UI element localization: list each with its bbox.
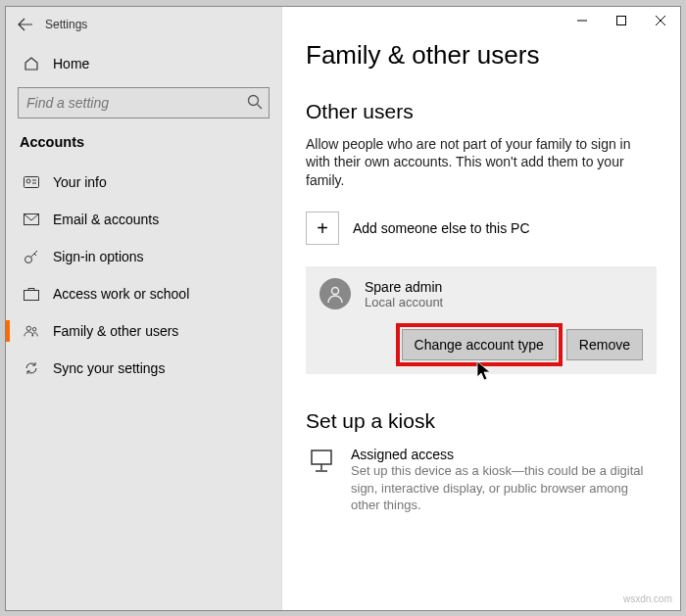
remove-button[interactable]: Remove <box>566 329 643 360</box>
sidebar-item-family-users[interactable]: Family & other users <box>6 312 270 350</box>
sidebar-item-signin-options[interactable]: Sign-in options <box>6 238 270 275</box>
kiosk-icon <box>306 447 337 474</box>
sidebar-item-label: Your info <box>53 174 107 190</box>
svg-rect-8 <box>24 290 39 300</box>
cursor-icon <box>476 360 494 382</box>
svg-point-3 <box>26 179 30 183</box>
svg-rect-12 <box>617 16 626 24</box>
sidebar-item-sync-settings[interactable]: Sync your settings <box>6 350 270 387</box>
titlebar-controls <box>563 7 680 34</box>
watermark: wsxdn.com <box>623 593 672 604</box>
sync-icon <box>24 360 39 376</box>
change-account-type-button[interactable]: Change account type <box>402 329 557 360</box>
svg-point-7 <box>25 256 32 262</box>
other-users-desc: Allow people who are not part of your fa… <box>306 135 657 191</box>
id-card-icon <box>24 174 39 190</box>
main-content: Family & other users Other users Allow p… <box>282 7 680 610</box>
assigned-access-title: Assigned access <box>351 447 657 462</box>
user-name: Spare admin <box>365 279 443 295</box>
sidebar-item-email-accounts[interactable]: Email & accounts <box>6 201 270 238</box>
key-icon <box>24 249 39 264</box>
avatar-icon <box>319 278 351 309</box>
assigned-access-button[interactable]: Assigned access Set up this device as a … <box>306 447 657 514</box>
sidebar-item-label: Sync your settings <box>53 360 165 376</box>
svg-point-0 <box>249 95 259 105</box>
sidebar-item-work-school[interactable]: Access work or school <box>6 275 270 312</box>
arrow-left-icon <box>18 17 33 32</box>
page-title: Family & other users <box>306 40 657 71</box>
svg-line-1 <box>258 104 263 109</box>
plus-icon: + <box>306 212 339 245</box>
maximize-button[interactable] <box>602 7 641 34</box>
sidebar-home-label: Home <box>53 56 89 71</box>
add-user-button[interactable]: + Add someone else to this PC <box>306 212 657 245</box>
home-icon <box>24 56 39 71</box>
sidebar-item-label: Family & other users <box>53 323 178 339</box>
sidebar-category: Accounts <box>18 134 270 150</box>
minimize-button[interactable] <box>563 7 602 34</box>
people-icon <box>24 323 39 339</box>
user-card[interactable]: Spare admin Local account Change account… <box>306 266 657 374</box>
close-button[interactable] <box>641 7 680 34</box>
svg-point-9 <box>26 326 30 330</box>
add-user-label: Add someone else to this PC <box>353 220 530 236</box>
svg-point-10 <box>32 327 36 331</box>
sidebar-nav: Your info Email & accounts Sign-in optio… <box>6 164 270 387</box>
sidebar-item-label: Email & accounts <box>53 212 159 227</box>
sidebar-item-your-info[interactable]: Your info <box>6 164 270 201</box>
assigned-access-desc: Set up this device as a kiosk—this could… <box>351 462 657 514</box>
envelope-icon <box>24 212 39 227</box>
user-type: Local account <box>365 295 443 309</box>
other-users-heading: Other users <box>306 100 657 123</box>
kiosk-heading: Set up a kiosk <box>306 409 657 433</box>
search-wrap <box>18 87 270 118</box>
sidebar-home[interactable]: Home <box>18 48 270 77</box>
sidebar-item-label: Access work or school <box>53 286 189 302</box>
sidebar: Settings Home Accounts <box>6 7 282 610</box>
settings-window: Settings Home Accounts <box>5 6 681 611</box>
sidebar-item-label: Sign-in options <box>53 249 144 264</box>
search-icon <box>246 93 264 114</box>
svg-rect-14 <box>312 450 331 464</box>
svg-point-13 <box>332 288 339 295</box>
back-button[interactable] <box>6 7 45 42</box>
briefcase-icon <box>24 286 39 302</box>
search-input[interactable] <box>18 87 270 118</box>
app-title: Settings <box>45 18 87 31</box>
